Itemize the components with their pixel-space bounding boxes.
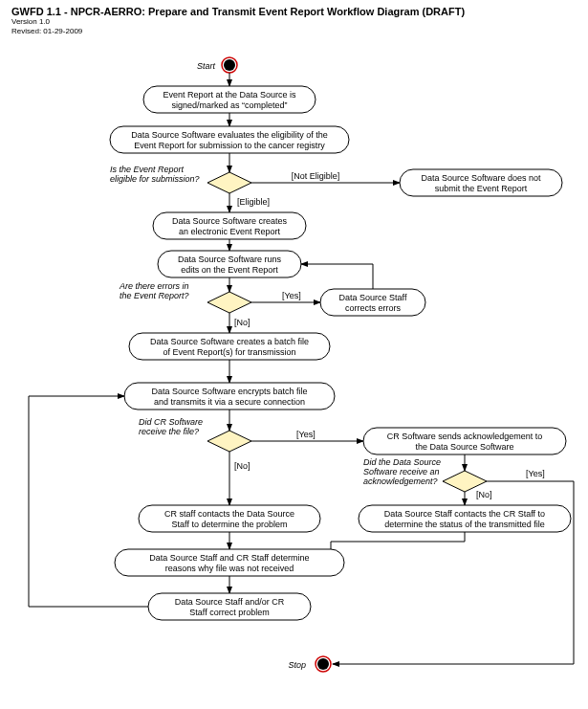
- svg-text:the Data Source Software: the Data Source Software: [415, 442, 513, 452]
- svg-text:Data Source Software encrypts : Data Source Software encrypts batch file: [151, 387, 307, 396]
- decision-receive: [207, 431, 251, 452]
- svg-text:Data Source Staff and CR Staff: Data Source Staff and CR Staff determine: [149, 553, 309, 563]
- svg-text:Data Source Staff and/or CR: Data Source Staff and/or CR: [175, 597, 285, 607]
- svg-text:Event Report for submission to: Event Report for submission to the cance…: [134, 141, 325, 150]
- svg-text:eligible for submission?: eligible for submission?: [110, 174, 200, 184]
- svg-text:Data Source Staff contacts the: Data Source Staff contacts the CR Staff …: [384, 509, 545, 519]
- start-node: [224, 59, 235, 71]
- lbl-yes-errors: [Yes]: [282, 291, 301, 300]
- svg-text:Data Source Staff: Data Source Staff: [339, 293, 407, 302]
- svg-text:acknowledgement?: acknowledgement?: [363, 476, 438, 486]
- stop-node: [317, 658, 329, 670]
- svg-text:reasons why file was not recei: reasons why file was not received: [165, 564, 294, 573]
- decision-ack: [443, 471, 487, 492]
- svg-text:an electronic Event Report: an electronic Event Report: [179, 227, 281, 236]
- workflow-diagram: Start Event Report at the Data Source is…: [0, 0, 588, 709]
- lbl-no-errors: [No]: [234, 318, 250, 327]
- svg-text:edits on the Event Report: edits on the Event Report: [181, 265, 278, 275]
- q-receive: Did CR Software: [139, 417, 203, 427]
- svg-text:the Event Report?: the Event Report?: [120, 291, 189, 300]
- start-label: Start: [197, 61, 216, 71]
- svg-text:corrects errors: corrects errors: [345, 303, 402, 313]
- lbl-not-eligible: [Not Eligible]: [292, 171, 340, 181]
- lbl-yes-ack: [Yes]: [526, 469, 545, 478]
- svg-text:Event Report at the Data Sourc: Event Report at the Data Source is: [163, 90, 296, 100]
- q-eligibility: Is the Event Report: [110, 165, 185, 174]
- svg-text:Data Source Software evaluates: Data Source Software evaluates the eligi…: [131, 130, 328, 140]
- svg-text:Software receive an: Software receive an: [363, 467, 440, 476]
- svg-text:Staff to determine the problem: Staff to determine the problem: [172, 520, 288, 529]
- svg-text:CR Software sends acknowledgem: CR Software sends acknowledgement to: [387, 432, 543, 441]
- stop-label: Stop: [288, 660, 306, 670]
- svg-text:Data Source Software does not: Data Source Software does not: [421, 173, 541, 183]
- svg-text:determine the status of the tr: determine the status of the transmitted …: [384, 520, 545, 529]
- q-ack: Did the Data Source: [363, 457, 441, 467]
- svg-text:CR staff contacts the Data Sou: CR staff contacts the Data Source: [164, 509, 294, 519]
- decision-eligibility: [207, 172, 251, 193]
- svg-text:signed/marked as “completed”: signed/marked as “completed”: [171, 100, 287, 110]
- lbl-no-ack: [No]: [476, 490, 492, 499]
- lbl-yes-recv: [Yes]: [296, 430, 316, 439]
- svg-text:Data Source Software creates: Data Source Software creates: [172, 216, 288, 226]
- svg-text:receive the file?: receive the file?: [139, 427, 199, 436]
- svg-text:submit the Event Report: submit the Event Report: [435, 184, 528, 193]
- q-errors: Are there errors in: [119, 281, 189, 291]
- svg-text:Data Source Software runs: Data Source Software runs: [178, 255, 282, 264]
- decision-errors: [207, 292, 251, 313]
- svg-text:Data Source Software creates a: Data Source Software creates a batch fil…: [150, 337, 309, 346]
- lbl-eligible: [Eligible]: [237, 197, 270, 207]
- svg-text:and transmits it via a secure : and transmits it via a secure connection: [154, 397, 305, 407]
- lbl-no-recv: [No]: [234, 461, 250, 471]
- svg-text:of Event Report(s) for transmi: of Event Report(s) for transmission: [163, 347, 295, 357]
- svg-text:Staff correct problem: Staff correct problem: [189, 608, 269, 617]
